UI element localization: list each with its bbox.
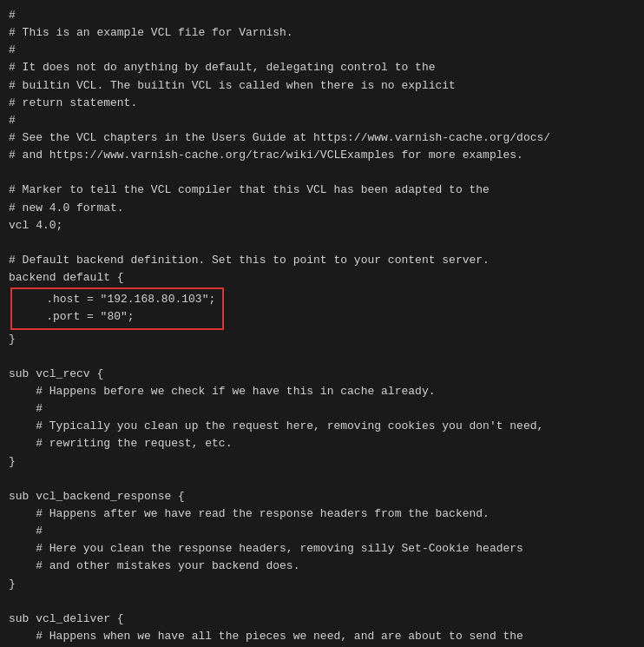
code-line: # [9, 523, 635, 540]
code-line: sub vcl_recv { [9, 366, 635, 383]
code-line: # and other mistakes your backend does. [9, 558, 635, 575]
code-line: # rewriting the request, etc. [9, 435, 635, 452]
code-line: # new 4.0 format. [9, 200, 635, 217]
code-line: } [9, 576, 635, 593]
code-line [9, 348, 635, 366]
highlighted-port-line: .port = "80"; [19, 308, 215, 326]
code-line: # return statement. [9, 95, 635, 112]
code-editor: # # This is an example VCL file for Varn… [0, 0, 644, 647]
code-line: # Happens when we have all the pieces we… [9, 628, 635, 645]
code-line: # and https://www.varnish-cache.org/trac… [9, 147, 635, 164]
code-line: # See the VCL chapters in the Users Guid… [9, 129, 635, 147]
code-line: vcl 4.0; [9, 217, 635, 234]
code-line: # Happens before we check if we have thi… [9, 383, 635, 400]
code-line: # builtin VCL. The builtin VCL is called… [9, 77, 635, 95]
code-line [9, 471, 635, 488]
code-line: # Happens after we have read the respons… [9, 505, 635, 523]
code-line: # Default backend definition. Set this t… [9, 252, 635, 269]
code-line: # Here you clean the response headers, r… [9, 540, 635, 558]
code-line: sub vcl_backend_response { [9, 488, 635, 505]
highlighted-host-line: .host = "192.168.80.103"; [19, 291, 215, 308]
code-line: # [9, 7, 635, 24]
code-line: # Marker to tell the VCL compiler that t… [9, 182, 635, 199]
code-line: # [9, 42, 635, 59]
code-line [9, 234, 635, 252]
code-line: } [9, 331, 635, 348]
code-line [9, 593, 635, 611]
code-line: backend default { [9, 269, 635, 287]
code-line: # Typically you clean up the request her… [9, 418, 635, 435]
code-line: sub vcl_deliver { [9, 611, 635, 628]
code-line: # It does not do anything by default, de… [9, 59, 635, 76]
code-line [9, 164, 635, 182]
code-line: # [9, 400, 635, 418]
code-line: # [9, 112, 635, 129]
code-line: } [9, 453, 635, 471]
code-line: # This is an example VCL file for Varnis… [9, 24, 635, 42]
